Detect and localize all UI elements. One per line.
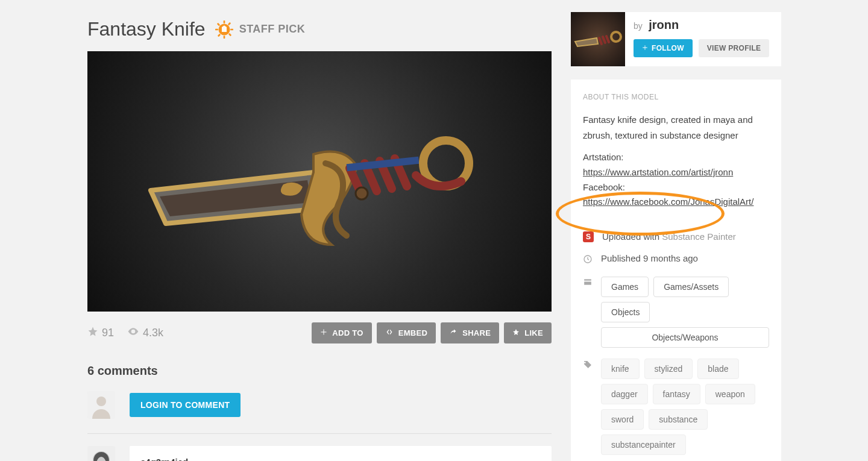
staff-pick-badge: STAFF PICK xyxy=(214,19,306,40)
action-bar: ADD TO EMBED SHARE LIKE xyxy=(312,322,552,343)
add-to-button[interactable]: ADD TO xyxy=(312,322,371,343)
embed-label: EMBED xyxy=(398,328,427,337)
author-thumbnail[interactable] xyxy=(571,12,625,66)
svg-point-17 xyxy=(96,397,106,406)
code-icon xyxy=(385,328,394,337)
about-card: ABOUT THIS MODEL Fantasy knife design, c… xyxy=(571,80,781,461)
categories-row: GamesGames/AssetsObjectsObjects/Weapons xyxy=(583,277,769,348)
star-icon xyxy=(512,328,520,337)
staff-pick-label: STAFF PICK xyxy=(239,23,306,36)
svg-rect-26 xyxy=(584,281,591,284)
share-button[interactable]: SHARE xyxy=(441,322,499,343)
login-to-comment-button[interactable]: LOGIN TO COMMENT xyxy=(130,393,241,417)
svg-point-23 xyxy=(611,32,621,42)
tag-chip[interactable]: fantasy xyxy=(653,384,700,404)
category-chip[interactable]: Games/Assets xyxy=(653,277,729,297)
artstation-link[interactable]: https://www.artstation.com/artist/jronn xyxy=(583,167,733,177)
svg-rect-3 xyxy=(215,28,218,30)
category-icon xyxy=(583,278,593,288)
tag-chip[interactable]: substance xyxy=(649,409,708,430)
tag-chip[interactable]: sword xyxy=(601,409,644,430)
clock-icon xyxy=(583,254,593,266)
svg-rect-4 xyxy=(230,28,233,30)
eye-icon xyxy=(127,325,139,340)
category-chip[interactable]: Objects xyxy=(601,302,650,322)
like-count: 91 xyxy=(87,326,114,340)
svg-line-20 xyxy=(599,38,602,44)
facebook-link[interactable]: https://www.facebook.com/JonasDigitalArt… xyxy=(583,196,753,207)
svg-rect-25 xyxy=(584,279,591,280)
comments-heading: 6 comments xyxy=(87,364,552,378)
svg-rect-2 xyxy=(223,36,225,39)
by-label: by xyxy=(634,21,643,31)
substance-icon: S xyxy=(583,231,594,242)
follow-label: FOLLOW xyxy=(652,44,684,52)
embed-button[interactable]: EMBED xyxy=(377,322,436,343)
svg-point-15 xyxy=(356,187,368,199)
like-label: LIKE xyxy=(524,328,543,337)
svg-rect-8 xyxy=(218,33,221,36)
about-title: ABOUT THIS MODEL xyxy=(583,93,769,101)
title-row: Fantasy Knife xyxy=(87,18,552,40)
add-to-label: ADD TO xyxy=(332,328,363,337)
artstation-line: Artstation: https://www.artstation.com/a… xyxy=(583,150,769,180)
comment-row: c4g3rn4jed xyxy=(87,446,552,461)
tag-chip[interactable]: knife xyxy=(601,359,640,379)
facebook-line: Facebook: https://www.facebook.com/Jonas… xyxy=(583,180,769,210)
author-card: by jronn FOLLOW VIEW PROFILE xyxy=(571,12,781,66)
divider xyxy=(87,433,552,434)
model-viewer[interactable] xyxy=(87,51,552,312)
comment-username[interactable]: c4g3rn4jed xyxy=(140,457,541,461)
category-chip[interactable]: Objects/Weapons xyxy=(601,327,769,348)
author-name[interactable]: jronn xyxy=(649,18,679,31)
artstation-label: Artstation: xyxy=(583,152,624,162)
tag-chip[interactable]: weapon xyxy=(705,384,755,404)
follow-button[interactable]: FOLLOW xyxy=(634,39,693,57)
tag-chip[interactable]: substancepainter xyxy=(601,434,686,455)
svg-line-22 xyxy=(606,36,609,42)
svg-rect-1 xyxy=(223,20,225,24)
star-icon xyxy=(87,326,98,340)
share-label: SHARE xyxy=(462,328,491,337)
svg-rect-5 xyxy=(216,22,219,25)
published-row: Published 9 months ago xyxy=(583,253,769,266)
like-count-value: 91 xyxy=(102,327,114,339)
current-user-avatar xyxy=(87,391,115,419)
svg-rect-7 xyxy=(228,22,231,25)
published-label: Published 9 months ago xyxy=(601,253,698,263)
view-count-value: 4.3k xyxy=(143,327,163,339)
view-profile-button[interactable]: VIEW PROFILE xyxy=(699,39,770,57)
uploaded-with-tool[interactable]: Substance Painter xyxy=(662,231,736,242)
page-title: Fantasy Knife xyxy=(87,18,206,40)
comment-body: c4g3rn4jed xyxy=(130,446,552,461)
knife-render xyxy=(133,103,506,260)
staff-pick-icon xyxy=(214,19,234,40)
like-button[interactable]: LIKE xyxy=(504,322,552,343)
commenter-avatar xyxy=(87,446,115,461)
svg-line-21 xyxy=(603,37,605,43)
model-description: Fantasy knife design, created in maya an… xyxy=(583,112,769,143)
category-chip[interactable]: Games xyxy=(601,277,649,297)
plus-icon xyxy=(320,328,327,337)
tags-row: knifestylizedbladedaggerfantasyweaponswo… xyxy=(583,359,769,455)
view-count: 4.3k xyxy=(127,325,163,340)
tag-chip[interactable]: stylized xyxy=(644,359,693,379)
plus-icon xyxy=(642,44,648,52)
facebook-label: Facebook: xyxy=(583,182,625,192)
tag-chip[interactable]: blade xyxy=(697,359,738,379)
svg-rect-6 xyxy=(228,33,231,36)
uploaded-with-label: Uploaded with xyxy=(602,231,659,242)
uploaded-with-row: S Uploaded with Substance Painter xyxy=(583,231,769,242)
share-icon xyxy=(449,328,458,337)
tag-chip[interactable]: dagger xyxy=(601,384,648,404)
tag-icon xyxy=(583,360,593,371)
